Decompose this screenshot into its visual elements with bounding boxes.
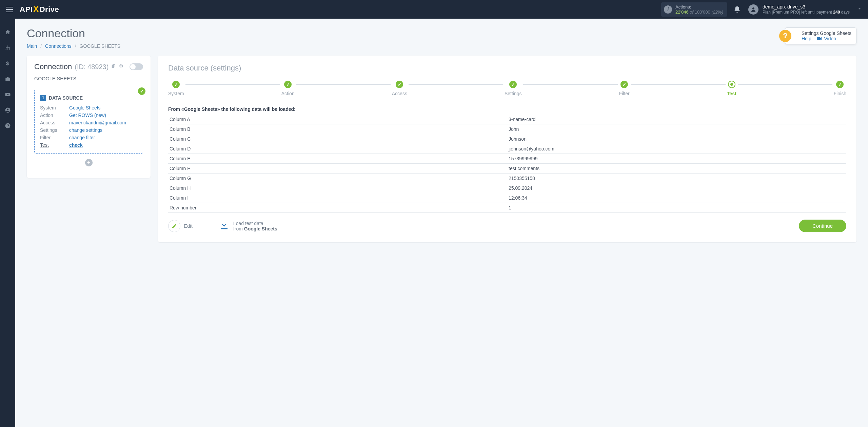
help-link[interactable]: Help bbox=[802, 36, 811, 41]
step-number-badge: 1 bbox=[40, 95, 46, 101]
chevron-down-icon[interactable] bbox=[857, 6, 862, 12]
sidebar-briefcase-icon[interactable] bbox=[4, 76, 11, 82]
brand-part3: Drive bbox=[40, 5, 59, 14]
connection-toggle[interactable] bbox=[130, 63, 143, 70]
table-row: Row number1 bbox=[168, 203, 846, 213]
user-avatar-icon[interactable] bbox=[748, 4, 758, 15]
ds-card-title: Data source (settings) bbox=[168, 64, 846, 73]
step-finish[interactable]: Finish bbox=[834, 81, 846, 96]
svg-point-0 bbox=[752, 7, 754, 9]
step-settings[interactable]: Settings bbox=[505, 81, 522, 96]
sidebar-account-icon[interactable] bbox=[4, 107, 11, 114]
load-test-data-button[interactable]: Load test data from Google Sheets bbox=[219, 220, 277, 231]
gear-icon[interactable] bbox=[119, 64, 123, 70]
connection-card-title: Connection (ID: 48923) bbox=[34, 62, 143, 71]
step-filter[interactable]: Filter bbox=[619, 81, 630, 96]
actions-value: 22'046 of 100'000 (22%) bbox=[675, 9, 723, 15]
step-access[interactable]: Access bbox=[392, 81, 407, 96]
svg-rect-12 bbox=[817, 37, 820, 40]
sidebar-home-icon[interactable] bbox=[4, 29, 11, 36]
menu-toggle-button[interactable] bbox=[6, 7, 13, 12]
data-source-header: 1 DATA SOURCE bbox=[40, 95, 137, 101]
topbar: API X Drive i Actions: 22'046 of 100'000… bbox=[0, 0, 868, 19]
sidebar-video-icon[interactable] bbox=[4, 91, 11, 98]
svg-point-2 bbox=[5, 48, 6, 49]
connection-id: (ID: 48923) bbox=[75, 63, 108, 71]
table-row: Column E15739999999 bbox=[168, 154, 846, 164]
card-footer: Edit Load test data from Google Sheets C… bbox=[168, 220, 846, 232]
breadcrumb: Main / Connections / GOOGLE SHEETS bbox=[27, 43, 856, 49]
svg-text:$: $ bbox=[6, 60, 9, 66]
table-row: Column Djjohnson@yahoo.com bbox=[168, 144, 846, 154]
breadcrumb-current: GOOGLE SHEETS bbox=[80, 43, 121, 49]
breadcrumb-main[interactable]: Main bbox=[27, 43, 37, 49]
help-panel: ? Settings Google Sheets Help Video bbox=[785, 27, 856, 44]
table-row: Column BJohn bbox=[168, 124, 846, 134]
preview-table: Column A3-name-cardColumn BJohnColumn CJ… bbox=[168, 115, 846, 213]
data-source-details: System Google Sheets Action Get ROWS (ne… bbox=[40, 105, 137, 148]
svg-text:?: ? bbox=[7, 124, 9, 128]
edit-button[interactable]: Edit bbox=[168, 220, 193, 232]
connection-subhead: GOOGLE SHEETS bbox=[34, 76, 143, 85]
svg-point-9 bbox=[7, 109, 8, 110]
video-link[interactable]: Video bbox=[824, 36, 836, 41]
ds-access-link[interactable]: maverickandrii@gmail.com bbox=[69, 120, 126, 125]
ds-system-link[interactable]: Google Sheets bbox=[69, 105, 101, 110]
video-icon bbox=[817, 36, 823, 41]
sidebar: $ ? bbox=[0, 19, 15, 427]
brand-part2: X bbox=[33, 4, 39, 14]
data-source-settings-card: Data source (settings) System Action Acc… bbox=[158, 56, 856, 242]
load-data-heading: From «Google Sheets» the following data … bbox=[168, 106, 846, 112]
info-icon: i bbox=[664, 5, 672, 14]
actions-label: Actions: bbox=[675, 4, 723, 9]
ds-filter-link[interactable]: change filter bbox=[69, 135, 95, 140]
plan-info: Plan |Premium PRO| left until payment 24… bbox=[763, 10, 850, 15]
actions-counter[interactable]: i Actions: 22'046 of 100'000 (22%) bbox=[661, 2, 727, 17]
page-title: Connection bbox=[27, 27, 856, 40]
table-row: Column CJohnson bbox=[168, 134, 846, 144]
svg-point-4 bbox=[9, 48, 10, 49]
stepper: System Action Access Settings Filter Tes… bbox=[168, 81, 846, 96]
connection-card: Connection (ID: 48923) GOOGLE SHEETS 1 D… bbox=[27, 56, 151, 178]
sidebar-help-icon[interactable]: ? bbox=[4, 122, 11, 129]
table-row: Column A3-name-card bbox=[168, 115, 846, 124]
pencil-icon bbox=[168, 220, 180, 232]
step-action[interactable]: Action bbox=[281, 81, 295, 96]
table-row: Column H25.09.2024 bbox=[168, 183, 846, 193]
step-test[interactable]: Test bbox=[727, 81, 736, 96]
ds-action-link[interactable]: Get ROWS (new) bbox=[69, 113, 106, 118]
user-menu[interactable]: demo_apix-drive_s3 Plan |Premium PRO| le… bbox=[763, 4, 850, 15]
username: demo_apix-drive_s3 bbox=[763, 4, 850, 10]
ds-settings-link[interactable]: change settings bbox=[69, 127, 102, 133]
brand-part1: API bbox=[20, 5, 33, 14]
check-icon bbox=[138, 87, 145, 95]
step-system[interactable]: System bbox=[168, 81, 184, 96]
ds-test-link[interactable]: check bbox=[69, 142, 83, 148]
svg-marker-13 bbox=[820, 37, 821, 40]
question-icon: ? bbox=[779, 30, 791, 42]
sidebar-billing-icon[interactable]: $ bbox=[4, 60, 11, 67]
help-title: Settings Google Sheets bbox=[802, 30, 851, 36]
table-row: Column Ftest comments bbox=[168, 164, 846, 174]
copy-icon[interactable] bbox=[111, 64, 116, 70]
data-source-box: 1 DATA SOURCE System Google Sheets Actio… bbox=[34, 90, 143, 154]
add-step-button[interactable]: + bbox=[85, 159, 93, 166]
table-row: Column G2150355158 bbox=[168, 174, 846, 183]
table-row: Column I12:06:34 bbox=[168, 193, 846, 203]
main-content: Connection Main / Connections / GOOGLE S… bbox=[15, 19, 868, 427]
brand-logo[interactable]: API X Drive bbox=[20, 5, 59, 14]
sidebar-connections-icon[interactable] bbox=[4, 44, 11, 51]
svg-point-1 bbox=[7, 45, 8, 46]
download-icon bbox=[219, 220, 229, 231]
continue-button[interactable]: Continue bbox=[799, 220, 846, 232]
notifications-button[interactable] bbox=[733, 6, 741, 13]
breadcrumb-connections[interactable]: Connections bbox=[45, 43, 72, 49]
svg-point-3 bbox=[7, 48, 8, 49]
